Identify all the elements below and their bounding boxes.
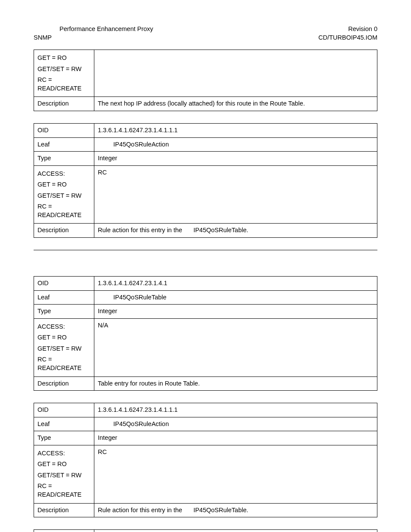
oid-label: OID xyxy=(34,403,94,417)
leaf-value: IP45QoSRuleTable xyxy=(94,290,377,305)
oid-label: OID xyxy=(34,530,94,532)
access-getset: GET/SET = RW xyxy=(37,190,90,202)
oid-value: 1.3.6.1.4.1.6247.23.1.4.1 xyxy=(94,277,377,291)
header-revision: Revision 0 xyxy=(318,25,377,34)
access-cell: ACCESS: GET = RO GET/SET = RW RC = READ/… xyxy=(34,165,94,224)
oid-value: 1.3.6.1.4.1.6247.23.1.4.1.1.1 xyxy=(94,403,377,417)
oid-label: OID xyxy=(34,277,94,291)
access-label: ACCESS: xyxy=(37,168,90,180)
type-label: Type xyxy=(34,152,94,166)
access-rc: RC = READ/CREATE xyxy=(37,75,90,94)
desc-b: IP45QoSRuleTable. xyxy=(193,227,248,233)
oid-label: OID xyxy=(34,123,94,137)
access-label: ACCESS: xyxy=(37,448,90,459)
desc-label: Description xyxy=(34,224,94,238)
leaf-text: IP45QoSRuleAction xyxy=(98,141,169,148)
access-cell: ACCESS: GET = RO GET/SET = RW RC = READ/… xyxy=(34,445,94,503)
leaf-value: IP45QoSRuleAction xyxy=(94,137,377,152)
desc-label: Description xyxy=(34,376,94,391)
header-right: Revision 0 CD/TURBOIP45.IOM xyxy=(318,25,377,42)
page: Performance Enhancement Proxy SNMP Revis… xyxy=(0,0,411,532)
access-rc: RC = READ/CREATE xyxy=(37,481,90,500)
access-value: RC xyxy=(94,445,377,503)
leaf-label: Leaf xyxy=(34,417,94,431)
desc-a: Rule action for this entry in the xyxy=(98,507,182,513)
header-left: Performance Enhancement Proxy SNMP xyxy=(34,25,153,42)
access-value xyxy=(94,50,377,97)
oid-value: 1.3.6.1.4.1.6247.23.1.4.1.1.2 xyxy=(94,530,377,532)
type-value: Integer xyxy=(94,431,377,445)
access-getset: GET/SET = RW xyxy=(37,343,90,355)
leaf-label: Leaf xyxy=(34,137,94,152)
access-getset: GET/SET = RW xyxy=(37,64,90,75)
access-get: GET = RO xyxy=(37,53,90,64)
desc-b: IP45QoSRuleTable. xyxy=(193,507,248,513)
header-title: Performance Enhancement Proxy xyxy=(34,25,153,34)
access-value: RC xyxy=(94,165,377,224)
type-label: Type xyxy=(34,305,94,319)
table-oid-3: OID 1.3.6.1.4.1.6247.23.1.4.1 Leaf IP45Q… xyxy=(34,276,377,391)
access-get: GET = RO xyxy=(37,179,90,190)
type-value: Integer xyxy=(94,152,377,166)
access-value: N/A xyxy=(94,318,377,376)
access-cell: ACCESS: GET = RO GET/SET = RW RC = READ/… xyxy=(34,318,94,376)
access-getset: GET/SET = RW xyxy=(37,470,90,481)
leaf-label: Leaf xyxy=(34,290,94,305)
desc-label: Description xyxy=(34,503,94,517)
access-get: GET = RO xyxy=(37,332,90,343)
access-get: GET = RO xyxy=(37,459,90,470)
desc-value: The next hop IP address (locally attache… xyxy=(94,97,377,111)
leaf-text: IP45QoSRuleAction xyxy=(98,420,169,427)
access-rc: RC = READ/CREATE xyxy=(37,201,90,221)
page-header: Performance Enhancement Proxy SNMP Revis… xyxy=(34,25,377,42)
leaf-value: IP45QoSRuleAction xyxy=(94,417,377,431)
table-oid-4: OID 1.3.6.1.4.1.6247.23.1.4.1.1.1 Leaf I… xyxy=(34,403,377,517)
access-rc: RC = READ/CREATE xyxy=(37,354,90,373)
table-oid-2: OID 1.3.6.1.4.1.6247.23.1.4.1.1.1 Leaf I… xyxy=(34,123,377,238)
desc-value: Table entry for routes in Route Table. xyxy=(94,376,377,391)
access-label: ACCESS: xyxy=(37,321,90,333)
desc-a: Rule action for this entry in the xyxy=(98,227,182,233)
desc-value: Rule action for this entry in the IP45Qo… xyxy=(94,503,377,517)
oid-value: 1.3.6.1.4.1.6247.23.1.4.1.1.1 xyxy=(94,123,377,137)
table-oid-5: OID 1.3.6.1.4.1.6247.23.1.4.1.1.2 xyxy=(34,529,377,532)
type-label: Type xyxy=(34,431,94,445)
table-continuation: GET = RO GET/SET = RW RC = READ/CREATE D… xyxy=(34,50,377,111)
type-value: Integer xyxy=(94,305,377,319)
desc-label: Description xyxy=(34,97,94,111)
desc-value: Rule action for this entry in the IP45Qo… xyxy=(94,224,377,238)
section-divider xyxy=(34,250,377,250)
header-docid: CD/TURBOIP45.IOM xyxy=(318,34,377,42)
header-subtitle: SNMP xyxy=(34,34,153,42)
access-cell: GET = RO GET/SET = RW RC = READ/CREATE xyxy=(34,50,94,97)
leaf-text: IP45QoSRuleTable xyxy=(98,294,166,301)
